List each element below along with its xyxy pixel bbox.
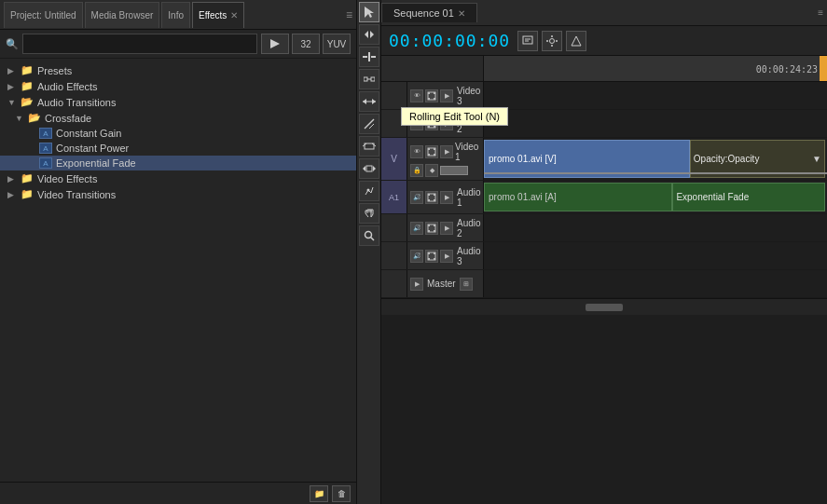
tree-item-presets[interactable]: ▶ 📁 Presets xyxy=(0,62,356,78)
ripple-edit-tool-btn[interactable] xyxy=(359,47,379,67)
video-clip-label: promo 01.avi [V] xyxy=(485,154,560,164)
search-icon: 🔍 xyxy=(6,38,19,50)
hand-tool-btn[interactable] xyxy=(359,203,379,224)
svg-rect-34 xyxy=(428,92,430,94)
pen-tool-btn[interactable] xyxy=(359,181,379,201)
tab-effects[interactable]: Effects ✕ xyxy=(192,2,244,28)
track-controls-master: ▶ Master ⊞ xyxy=(407,270,484,297)
search-input[interactable] xyxy=(22,34,257,54)
sequence-menu-btn[interactable]: ≡ xyxy=(818,7,823,18)
track-eye-video3[interactable]: 👁 xyxy=(410,89,423,102)
tab-effects-close[interactable]: ✕ xyxy=(230,10,238,20)
fx-yuv-btn[interactable]: YUV xyxy=(323,34,351,54)
svg-rect-47 xyxy=(434,154,435,156)
track-expand-video3[interactable]: ▶ xyxy=(440,89,453,102)
sequence-toolbar: 00:00:00:00 xyxy=(381,26,827,56)
file-icon-exponential-fade: A xyxy=(39,157,52,169)
track-eye-video2[interactable]: 👁 xyxy=(410,117,423,130)
svg-rect-45 xyxy=(434,148,435,150)
track-master-extra[interactable]: ⊞ xyxy=(460,278,473,291)
svg-marker-3 xyxy=(370,31,374,38)
track-eye-video1[interactable]: 👁 xyxy=(410,145,423,158)
track-controls-video2: 👁 ▶ Video 2 xyxy=(407,110,484,137)
track-film-audio3[interactable] xyxy=(425,250,438,263)
track-expand-video2[interactable]: ▶ xyxy=(440,117,453,130)
audio-clip-label: promo 01.avi [A] xyxy=(485,192,560,202)
timeline-scroll[interactable] xyxy=(586,304,623,311)
file-icon-constant-power: A xyxy=(39,143,52,154)
audio-clip-promo[interactable]: promo 01.avi [A] xyxy=(484,183,672,211)
track-label-video3 xyxy=(381,82,407,109)
delete-btn[interactable]: 🗑 xyxy=(332,485,351,502)
track-expand-master[interactable]: ▶ xyxy=(410,278,423,291)
track-film-video3[interactable] xyxy=(425,89,438,102)
selection-tool-btn[interactable] xyxy=(359,2,379,22)
tools-and-seq: Sequence 01 ✕ ≡ 00:00:00:00 xyxy=(357,0,827,504)
tree-item-audio-effects[interactable]: ▶ 📁 Audio Effects xyxy=(0,78,356,94)
folder-icon-presets: 📁 xyxy=(21,64,34,76)
tree-item-video-transitions[interactable]: ▶ 📁 Video Transitions xyxy=(0,186,356,202)
track-select-tool-btn[interactable] xyxy=(359,24,379,45)
seq-tool-marker[interactable] xyxy=(517,31,538,51)
svg-rect-41 xyxy=(428,126,430,128)
tree-item-constant-gain[interactable]: ▶ A Constant Gain xyxy=(0,126,356,141)
ruler-playhead-bar xyxy=(820,56,827,81)
track-speaker-audio2[interactable]: 🔊 xyxy=(410,222,423,235)
svg-marker-32 xyxy=(572,36,581,46)
tab-project[interactable]: Project: Untitled xyxy=(4,2,83,28)
arrow-video-transitions: ▶ xyxy=(7,190,17,199)
folder-icon-crossfade: 📂 xyxy=(28,112,41,124)
sequence-tab-label: Sequence 01 xyxy=(393,7,454,19)
tree-item-exponential-fade[interactable]: ▶ A Exponential Fade xyxy=(0,156,356,170)
arrow-audio-transitions: ▼ xyxy=(7,98,17,107)
svg-point-27 xyxy=(550,38,555,43)
tab-info[interactable]: Info xyxy=(161,2,190,28)
timecode[interactable]: 00:00:00:00 xyxy=(389,31,510,50)
tree-item-video-effects[interactable]: ▶ 📁 Video Effects xyxy=(0,170,356,186)
track-film-video2[interactable] xyxy=(425,117,438,130)
track-film-video1[interactable] xyxy=(425,145,438,158)
track-content-master xyxy=(484,270,827,297)
track-name-audio3: Audio 3 xyxy=(457,246,481,266)
track-speaker-audio1[interactable]: 🔊 xyxy=(410,191,423,204)
svg-rect-44 xyxy=(428,148,430,150)
tree-item-constant-power[interactable]: ▶ A Constant Power xyxy=(0,141,356,156)
panel-menu-btn[interactable]: ≡ xyxy=(346,8,352,21)
tree-label-crossfade: Crossfade xyxy=(45,113,91,124)
track-expand-audio3[interactable]: ▶ xyxy=(440,250,453,263)
tree-label-audio-effects: Audio Effects xyxy=(37,81,98,92)
track-content-audio2 xyxy=(484,214,827,241)
track-opacity-slider[interactable] xyxy=(440,166,468,175)
slide-tool-btn[interactable] xyxy=(359,158,379,179)
track-diamond-video1[interactable]: ◆ xyxy=(425,164,438,177)
track-expand-video1[interactable]: ▶ xyxy=(440,145,453,158)
track-expand-audio1[interactable]: ▶ xyxy=(440,191,453,204)
tree-item-audio-transitions[interactable]: ▼ 📂 Audio Transitions xyxy=(0,94,356,110)
seq-tool-snap[interactable] xyxy=(566,31,586,51)
zoom-tool-btn[interactable] xyxy=(359,225,379,246)
tools-column xyxy=(357,0,381,504)
seq-tool-settings[interactable] xyxy=(542,31,562,51)
fx-accelerate-btn[interactable] xyxy=(261,34,289,54)
video-effect-arrow[interactable]: ▼ xyxy=(812,154,821,164)
track-content-audio1: promo 01.avi [A] Exponential Fade xyxy=(484,181,827,213)
fx-32bit-btn[interactable]: 32 xyxy=(292,34,320,54)
track-lock-video1[interactable]: 🔒 xyxy=(410,164,423,177)
track-film-audio2[interactable] xyxy=(425,222,438,235)
sequence-tab[interactable]: Sequence 01 ✕ xyxy=(381,3,477,22)
rolling-edit-tool-btn[interactable] xyxy=(359,69,379,89)
svg-rect-51 xyxy=(428,199,430,201)
track-expand-audio2[interactable]: ▶ xyxy=(440,222,453,235)
tabs-row: Project: Untitled Media Browser Info Eff… xyxy=(0,0,356,30)
sequence-tab-close[interactable]: ✕ xyxy=(458,8,465,19)
rate-stretch-tool-btn[interactable] xyxy=(359,91,379,112)
slip-tool-btn[interactable] xyxy=(359,136,379,157)
track-film-audio1[interactable] xyxy=(425,191,438,204)
tree-item-crossfade[interactable]: ▼ 📂 Crossfade xyxy=(0,110,356,126)
track-row-audio1: A1 🔊 ▶ Audio 1 pro xyxy=(381,181,827,214)
tab-media-browser[interactable]: Media Browser xyxy=(85,2,160,28)
track-label-audio3 xyxy=(381,242,407,269)
razor-tool-btn[interactable] xyxy=(359,114,379,134)
track-speaker-audio3[interactable]: 🔊 xyxy=(410,250,423,263)
new-bin-btn[interactable]: 📁 xyxy=(310,485,328,502)
